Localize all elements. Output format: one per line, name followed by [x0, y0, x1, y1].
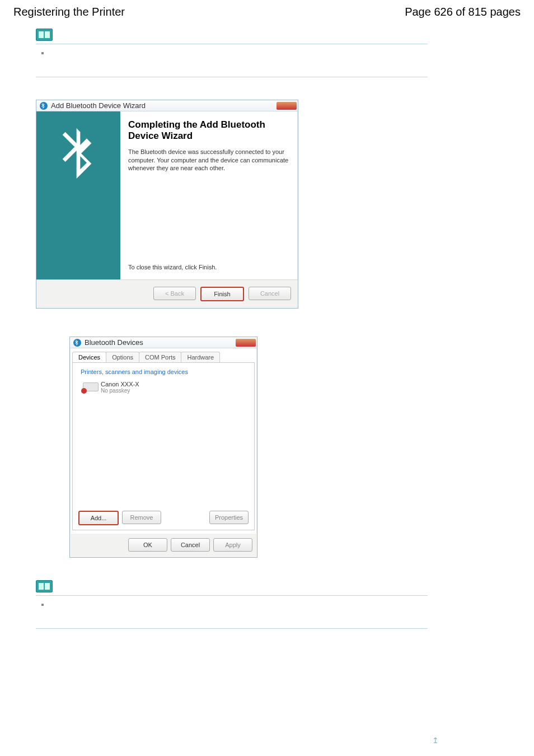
- note-icon: [36, 580, 53, 592]
- note-block-2: [36, 580, 521, 629]
- cancel-button: Cancel: [249, 287, 291, 300]
- bullet-icon: [41, 52, 44, 54]
- tab-strip: Devices Options COM Ports Hardware: [72, 352, 257, 362]
- device-list-item[interactable]: Canon XXX-X No passkey: [83, 381, 249, 394]
- device-group-label: Printers, scanners and imaging devices: [81, 368, 249, 375]
- devices-footer: OK Cancel Apply: [70, 534, 257, 557]
- divider: [36, 628, 428, 629]
- device-subtext: No passkey: [101, 388, 139, 394]
- close-icon[interactable]: [236, 339, 256, 347]
- divider: [36, 44, 428, 44]
- add-button[interactable]: Add...: [78, 511, 119, 525]
- bluetooth-icon: [73, 339, 81, 347]
- wizard-titlebar[interactable]: Add Bluetooth Device Wizard: [36, 100, 298, 111]
- tab-hardware[interactable]: Hardware: [181, 352, 220, 362]
- note-icon: [36, 29, 53, 41]
- devices-tab-body: Printers, scanners and imaging devices C…: [72, 362, 255, 530]
- apply-button: Apply: [213, 538, 252, 552]
- tab-devices[interactable]: Devices: [72, 352, 106, 362]
- page-top-icon[interactable]: ↥: [432, 736, 439, 745]
- back-button: < Back: [153, 287, 196, 300]
- bluetooth-logo-icon: [59, 123, 98, 179]
- devices-titlebar[interactable]: Bluetooth Devices: [70, 337, 257, 348]
- wizard-dialog: Add Bluetooth Device Wizard Completing t…: [36, 100, 298, 309]
- wizard-sidebar: [36, 111, 120, 279]
- tab-options[interactable]: Options: [106, 352, 139, 362]
- tab-com-ports[interactable]: COM Ports: [139, 352, 181, 362]
- properties-button: Properties: [209, 511, 249, 524]
- bluetooth-icon: [40, 102, 48, 110]
- page-pagination: Page 626 of 815 pages: [405, 6, 521, 18]
- finish-button[interactable]: Finish: [200, 287, 244, 301]
- device-name: Canon XXX-X: [101, 381, 139, 388]
- divider: [36, 595, 428, 596]
- devices-dialog: Bluetooth Devices Devices Options COM Po…: [69, 337, 257, 558]
- divider: [36, 77, 428, 77]
- ok-button[interactable]: OK: [128, 538, 167, 552]
- close-icon[interactable]: [277, 102, 297, 110]
- wizard-close-hint: To close this wizard, click Finish.: [128, 263, 289, 272]
- wizard-paragraph: The Bluetooth device was successfully co…: [128, 148, 289, 173]
- wizard-heading: Completing the Add Bluetooth Device Wiza…: [128, 119, 289, 142]
- wizard-title: Add Bluetooth Device Wizard: [51, 101, 146, 110]
- page-title: Registering the Printer: [13, 6, 125, 18]
- remove-button: Remove: [122, 511, 161, 524]
- devices-title: Bluetooth Devices: [85, 338, 143, 347]
- bullet-icon: [41, 604, 44, 606]
- printer-icon: [83, 382, 97, 393]
- note-block-1: [36, 29, 521, 77]
- cancel-button[interactable]: Cancel: [171, 538, 210, 552]
- wizard-footer: < Back Finish Cancel: [36, 279, 298, 308]
